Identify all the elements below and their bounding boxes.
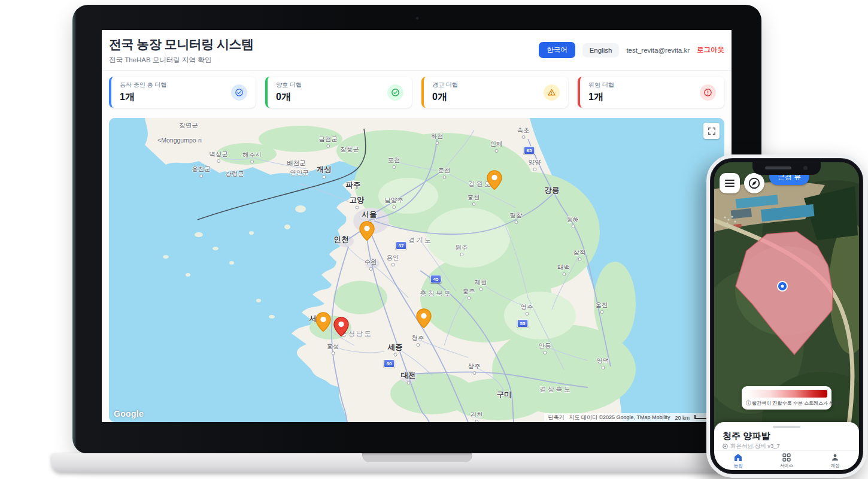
- laptop-lid-notch: [362, 453, 472, 462]
- grid-icon: [782, 453, 791, 462]
- stat-label: 위험 더햅: [588, 81, 614, 89]
- phone-camera: [803, 166, 808, 170]
- farm-marker-orange[interactable]: [359, 221, 375, 241]
- nav-item-farm[interactable]: 농장: [714, 451, 763, 470]
- english-language-button[interactable]: English: [582, 43, 620, 57]
- farm-marker-orange[interactable]: [315, 312, 331, 332]
- map-scale-label: 20 km: [675, 415, 690, 421]
- stage: 전국 농장 모니터링 시스템 전국 TheHAB 모니터링 지역 확인 한국어 …: [0, 0, 868, 479]
- farm-marker-orange[interactable]: [416, 308, 432, 328]
- stat-value: 0개: [432, 91, 458, 104]
- map-data-credit: 지도 데이터 ©2025 Google, TMap Mobility: [569, 414, 670, 422]
- menu-button[interactable]: [720, 173, 740, 193]
- check-circle-icon: [387, 84, 403, 101]
- stat-value: 1개: [120, 91, 166, 104]
- home-icon: [733, 453, 743, 462]
- stat-label: 동작 중인 총 더햅: [120, 81, 166, 89]
- moisture-legend: ⓘ 빨간색이 진할수록 수분 스트레스가 심해요.: [742, 386, 831, 410]
- stat-card-danger: 위험 더햅 1개: [578, 77, 724, 108]
- phone-notch: [752, 162, 821, 175]
- laptop-base: [51, 453, 783, 472]
- alert-circle-icon: [700, 84, 716, 101]
- device-icon: [723, 444, 728, 449]
- page-subtitle: 전국 TheHAB 모니터링 지역 확인: [109, 56, 254, 65]
- moisture-legend-text: ⓘ 빨간색이 진할수록 수분 스트레스가 심해요.: [746, 400, 827, 407]
- phone-bottom-nav: 농장 서비스 계정: [714, 450, 859, 470]
- nav-item-services[interactable]: 서비스: [763, 451, 811, 470]
- stat-label: 양호 더햅: [276, 81, 302, 89]
- map-shortcuts-link[interactable]: 단축키: [548, 414, 564, 422]
- person-icon: [830, 453, 840, 462]
- stat-card-active: 동작 중인 총 더햅 1개: [109, 77, 256, 108]
- stat-label: 경고 더햅: [432, 81, 458, 89]
- stat-card-good: 양호 더햅 0개: [265, 77, 412, 108]
- phone-screen: 근경 뷰 ⓘ 빨간색이 진할수록 수분 스트레스가 심해요. 청주 양파밭 최은…: [714, 162, 859, 470]
- device-location-dot: [777, 281, 788, 292]
- dashboard-header: 전국 농장 모니터링 시스템 전국 TheHAB 모니터링 지역 확인 한국어 …: [102, 30, 732, 71]
- korea-map[interactable]: 장연군<Monggumpo-ri벽성군해주시옹진군강령군배천군연안군금천군장풍군…: [109, 118, 724, 422]
- google-logo: Google: [114, 409, 144, 419]
- nav-item-account[interactable]: 계정: [811, 451, 859, 470]
- stat-value: 1개: [588, 91, 614, 104]
- check-circle-icon: [231, 84, 247, 101]
- laptop-webcam: [415, 17, 418, 20]
- fullscreen-button[interactable]: [703, 123, 720, 139]
- stat-card-warning: 경고 더햅 0개: [421, 77, 568, 108]
- logout-button[interactable]: 로그아웃: [697, 46, 724, 54]
- stats-row: 동작 중인 총 더햅 1개 양호 더햅 0개 경고 더햅: [109, 77, 724, 108]
- stat-value: 0개: [276, 91, 302, 104]
- phone-frame: 근경 뷰 ⓘ 빨간색이 진할수록 수분 스트레스가 심해요. 청주 양파밭 최은…: [706, 154, 867, 478]
- phone-speaker: [765, 166, 791, 169]
- farm-marker-red[interactable]: [333, 317, 349, 336]
- map-terrain: [109, 118, 724, 422]
- farm-bottom-sheet: 청주 양파밭 최은석님 장비 v3_7 농장 서비스: [714, 422, 859, 470]
- warning-triangle-icon: [544, 84, 560, 101]
- page-title: 전국 농장 모니터링 시스템: [109, 36, 254, 53]
- farm-title: 청주 양파밭: [723, 431, 770, 442]
- map-attribution: 단축키 지도 데이터 ©2025 Google, TMap Mobility 2…: [544, 413, 724, 422]
- dashboard-screen: 전국 농장 모니터링 시스템 전국 TheHAB 모니터링 지역 확인 한국어 …: [102, 30, 732, 422]
- korean-language-button[interactable]: 한국어: [539, 42, 575, 58]
- compass-button[interactable]: [744, 173, 764, 193]
- moisture-gradient-bar: [746, 390, 827, 398]
- farm-device-info: 최은석님 장비 v3_7: [723, 442, 780, 450]
- drag-handle[interactable]: [773, 426, 800, 428]
- user-email: test_revita@revita.kr: [626, 47, 690, 54]
- farm-marker-orange[interactable]: [487, 170, 502, 190]
